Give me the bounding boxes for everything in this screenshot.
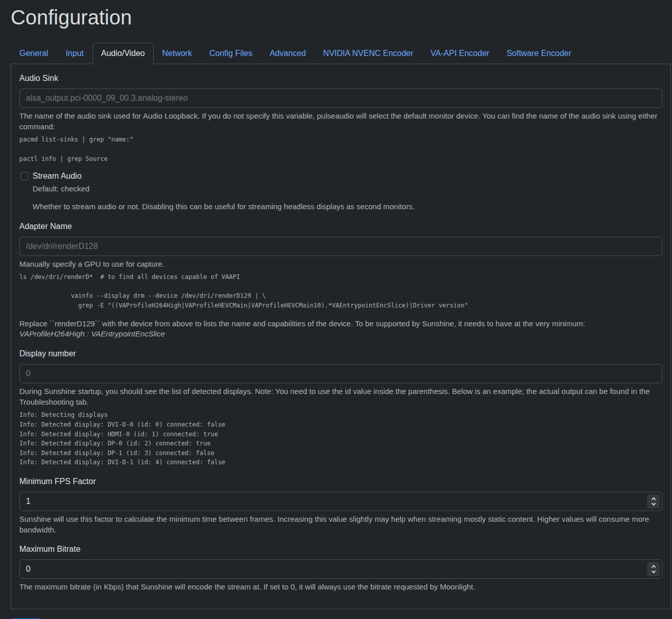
stream-audio-description: Whether to stream audio or not. Disablin… <box>33 202 662 212</box>
display-number-input[interactable] <box>19 364 662 383</box>
stream-audio-checkbox[interactable] <box>20 172 29 180</box>
audio-sink-code: pacmd list-sinks | grep "name:" pactl in… <box>19 135 662 163</box>
config-page: Configuration General Input Audio/Video … <box>0 5 672 619</box>
max-bitrate-wrap <box>19 559 662 579</box>
adapter-name-description: Manually specify a GPU to use for captur… <box>19 259 662 270</box>
min-fps-factor-stepper[interactable] <box>647 494 660 509</box>
tab-advanced[interactable]: Advanced <box>261 43 315 64</box>
tab-config-files[interactable]: Config Files <box>201 43 261 64</box>
audio-sink-label: Audio Sink <box>19 72 662 85</box>
min-fps-factor-wrap <box>19 492 662 511</box>
tab-software-encoder[interactable]: Software Encoder <box>498 43 580 64</box>
display-number-code: Info: Detecting displays Info: Detected … <box>19 410 662 467</box>
tab-input[interactable]: Input <box>57 43 93 64</box>
tab-audio-video[interactable]: Audio/Video <box>93 43 154 64</box>
max-bitrate-stepper[interactable] <box>647 562 660 576</box>
audio-sink-input[interactable] <box>19 89 662 108</box>
max-bitrate-description: The maximum bitrate (in Kbps) that Sunsh… <box>19 582 662 593</box>
chevron-down-icon <box>651 501 655 505</box>
field-min-fps-factor: Minimum FPS Factor Sunshine will use thi… <box>19 475 662 535</box>
field-adapter-name: Adapter Name Manually specify a GPU to u… <box>19 220 662 340</box>
adapter-name-note-emphasis: VAProfileH264High : VAEntrypointEncSlice <box>19 329 662 340</box>
audio-sink-description: The name of the audio sink used for Audi… <box>19 111 662 132</box>
tab-content-panel: Audio Sink The name of the audio sink us… <box>11 64 671 609</box>
field-stream-audio: Stream Audio Default: checked Whether to… <box>19 172 662 212</box>
field-display-number: Display number During Sunshine startup, … <box>19 348 662 467</box>
adapter-name-input[interactable] <box>19 237 662 256</box>
chevron-down-icon <box>651 569 655 573</box>
min-fps-factor-description: Sunshine will use this factor to calcula… <box>19 514 662 535</box>
max-bitrate-label: Maximum Bitrate <box>19 543 662 555</box>
page-title: Configuration <box>11 5 671 30</box>
tab-network[interactable]: Network <box>154 43 201 64</box>
stream-audio-label[interactable]: Stream Audio <box>33 172 81 181</box>
stream-audio-row: Stream Audio <box>20 172 662 181</box>
adapter-name-code: ls /dev/dri/renderD* # to find all devic… <box>19 272 662 310</box>
display-number-description: During Sunshine startup, you should see … <box>19 386 662 407</box>
field-audio-sink: Audio Sink The name of the audio sink us… <box>19 72 662 163</box>
tab-nvidia-nvenc-encoder[interactable]: NVIDIA NVENC Encoder <box>315 43 422 64</box>
min-fps-factor-input[interactable] <box>19 492 662 511</box>
max-bitrate-input[interactable] <box>19 559 662 579</box>
adapter-name-note: Replace ``renderD129`` with the device f… <box>19 319 662 329</box>
display-number-label: Display number <box>19 348 662 360</box>
tab-bar: General Input Audio/Video Network Config… <box>11 43 671 64</box>
tab-general[interactable]: General <box>11 43 57 64</box>
stream-audio-default: Default: checked <box>33 184 662 194</box>
adapter-name-label: Adapter Name <box>19 220 662 233</box>
tab-va-api-encoder[interactable]: VA-API Encoder <box>422 43 498 64</box>
field-max-bitrate: Maximum Bitrate The maximum bitrate (in … <box>19 543 662 593</box>
min-fps-factor-label: Minimum FPS Factor <box>19 475 662 488</box>
